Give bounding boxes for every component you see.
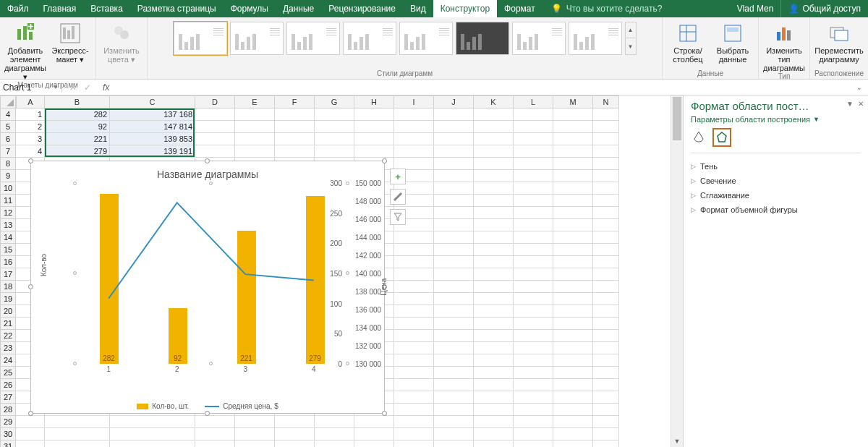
cell[interactable]	[474, 219, 514, 231]
switch-row-col-button[interactable]: Строка/столбец	[667, 19, 709, 64]
close-icon[interactable]: ✕	[858, 100, 864, 108]
cell[interactable]	[514, 367, 553, 379]
cancel-icon[interactable]: ✕	[69, 82, 77, 93]
cell[interactable]	[235, 121, 275, 133]
cell[interactable]	[434, 268, 474, 281]
format-item-shadow[interactable]: ▷Тень	[691, 159, 861, 174]
cell[interactable]	[45, 440, 110, 447]
column-header[interactable]: M	[553, 95, 593, 108]
column-header[interactable]: K	[474, 95, 514, 108]
cell[interactable]	[195, 133, 235, 145]
chart-style-thumb[interactable]	[230, 22, 284, 55]
cell[interactable]	[593, 428, 619, 440]
cell[interactable]	[394, 404, 434, 416]
cell[interactable]	[195, 440, 235, 447]
tab-page-layout[interactable]: Разметка страницы	[130, 0, 224, 17]
cell[interactable]	[16, 440, 45, 447]
cell[interactable]	[553, 219, 593, 231]
cell[interactable]	[195, 145, 235, 158]
cell[interactable]	[110, 440, 195, 447]
column-header[interactable]: C	[110, 95, 195, 108]
cell[interactable]	[553, 416, 593, 428]
cell[interactable]	[474, 293, 514, 305]
cell[interactable]	[434, 404, 474, 416]
cell[interactable]	[394, 133, 434, 145]
cell[interactable]	[434, 281, 474, 293]
chart-style-thumb[interactable]	[286, 22, 340, 55]
worksheet-area[interactable]: ABCDEFGHIJKLMN 41282137 1685292147 81463…	[0, 95, 683, 447]
format-item-softedges[interactable]: ▷Сглаживание	[691, 188, 861, 203]
cell[interactable]	[514, 170, 553, 182]
cell[interactable]	[553, 391, 593, 404]
cell[interactable]	[474, 391, 514, 404]
cell[interactable]: 137 168	[110, 108, 195, 121]
embedded-chart[interactable]: Название диаграммы Кол-во Цена 050100150…	[30, 161, 385, 414]
cell[interactable]: 2	[16, 121, 45, 133]
task-pane-options-icon[interactable]: ▼	[846, 100, 854, 108]
cell[interactable]	[514, 281, 553, 293]
cell[interactable]	[593, 108, 619, 121]
cell[interactable]	[553, 330, 593, 342]
cell[interactable]	[474, 231, 514, 244]
resize-handle[interactable]	[28, 158, 33, 163]
cell[interactable]	[593, 207, 619, 219]
cell[interactable]	[354, 440, 394, 447]
cell[interactable]	[434, 318, 474, 330]
cell[interactable]	[434, 145, 474, 158]
row-header[interactable]: 26	[0, 379, 16, 391]
cell[interactable]	[474, 121, 514, 133]
cell[interactable]	[474, 367, 514, 379]
cell[interactable]: 282	[45, 108, 110, 121]
cell[interactable]	[195, 108, 235, 121]
tab-formulas[interactable]: Формулы	[224, 0, 276, 17]
cell[interactable]	[394, 391, 434, 404]
cell[interactable]	[315, 440, 354, 447]
cell[interactable]	[354, 121, 394, 133]
tab-home[interactable]: Главная	[36, 0, 84, 17]
row-header[interactable]: 15	[0, 244, 16, 256]
chart-style-thumb[interactable]	[569, 22, 622, 55]
row-header[interactable]: 29	[0, 416, 16, 428]
cell[interactable]	[514, 182, 553, 195]
chart-style-thumb[interactable]	[456, 22, 509, 55]
cell[interactable]	[593, 318, 619, 330]
cell[interactable]	[434, 416, 474, 428]
cell[interactable]	[315, 416, 354, 428]
cell[interactable]	[553, 281, 593, 293]
cell[interactable]	[434, 379, 474, 391]
cell[interactable]	[315, 145, 354, 158]
cell[interactable]	[474, 342, 514, 354]
cell[interactable]	[275, 428, 315, 440]
cell[interactable]	[434, 195, 474, 207]
row-header[interactable]: 22	[0, 330, 16, 342]
move-chart-button[interactable]: Переместить диаграмму	[818, 19, 860, 64]
cell[interactable]	[514, 379, 553, 391]
row-header[interactable]: 24	[0, 354, 16, 367]
cell[interactable]	[553, 244, 593, 256]
column-header[interactable]: D	[195, 95, 235, 108]
chart-style-thumb[interactable]	[399, 22, 453, 55]
cell[interactable]	[474, 354, 514, 367]
select-data-button[interactable]: Выбрать данные	[712, 19, 754, 64]
cell[interactable]: 279	[45, 145, 110, 158]
cell[interactable]	[474, 404, 514, 416]
cell[interactable]	[593, 268, 619, 281]
cell[interactable]	[593, 256, 619, 268]
scroll-thumb[interactable]	[673, 97, 681, 140]
cell[interactable]	[553, 268, 593, 281]
row-header[interactable]: 28	[0, 404, 16, 416]
cell[interactable]	[474, 318, 514, 330]
cell[interactable]	[514, 330, 553, 342]
cell[interactable]	[434, 342, 474, 354]
cell[interactable]: 139 853	[110, 133, 195, 145]
fx-label[interactable]: fx	[98, 82, 109, 93]
column-header[interactable]: L	[514, 95, 553, 108]
cell[interactable]	[474, 244, 514, 256]
row-header[interactable]: 17	[0, 268, 16, 281]
cell[interactable]	[275, 133, 315, 145]
row-header[interactable]: 20	[0, 305, 16, 318]
cell[interactable]	[514, 268, 553, 281]
cell[interactable]	[553, 404, 593, 416]
cell[interactable]	[394, 244, 434, 256]
chart-style-thumb[interactable]	[174, 22, 227, 55]
